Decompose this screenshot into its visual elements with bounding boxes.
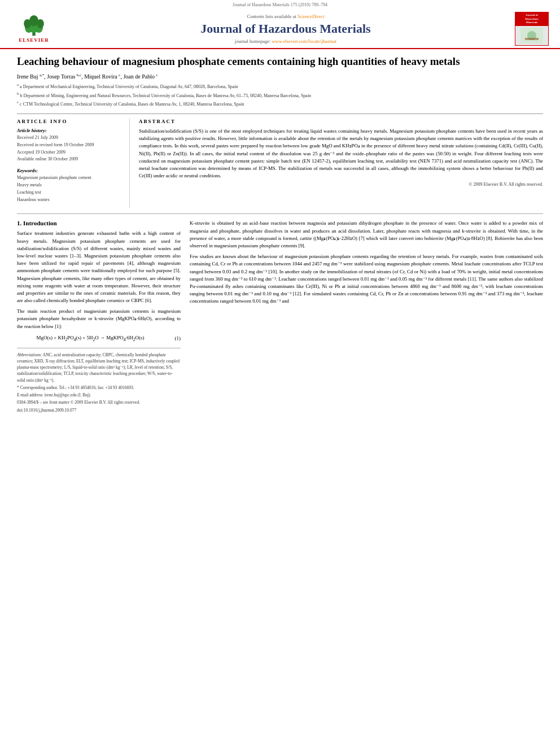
accepted-date: Accepted 19 October 2009 bbox=[17, 149, 124, 156]
keywords-subsection: Keywords: Magnesium potassium phosphate … bbox=[17, 168, 124, 203]
corresponding-author-text: * Corresponding author. Tel.: +34 93 405… bbox=[17, 385, 134, 390]
keywords-label: Keywords: bbox=[17, 168, 124, 173]
abbreviations-text: ANC, acid neutralization capacity; CBPC,… bbox=[17, 352, 180, 383]
keywords-list: Magnesium potassium phosphate cement Hea… bbox=[17, 174, 124, 203]
affiliations-block: a a Department of Mechanical Engineering… bbox=[17, 82, 543, 108]
doi-line: doi:10.1016/j.jhazmat.2009.10.077 bbox=[17, 407, 181, 413]
abbreviations-label: Abbreviations: bbox=[17, 352, 42, 357]
email-label: E-mail address: bbox=[17, 392, 43, 397]
affiliation-a-text: a Department of Mechanical Engineering, … bbox=[20, 84, 238, 89]
history-dates: Received 21 July 2009 Received in revise… bbox=[17, 134, 124, 163]
right-paragraph-1: K-struvite is obtained by an acid–base r… bbox=[190, 220, 543, 250]
authors-line: Irene Buj a,*, Josep Torras b,c, Miquel … bbox=[17, 73, 543, 80]
equation-block: MgO(s) + KH2PO4(s) + 5H2O → MgKPO4·6H2O(… bbox=[17, 335, 181, 342]
affiliation-b-text: b Department of Mining, Engineering and … bbox=[20, 93, 312, 98]
history-subsection: Article history: Received 21 July 2009 R… bbox=[17, 128, 124, 163]
elsevier-tree-icon bbox=[20, 15, 48, 37]
elsevier-text: ELSEVIER bbox=[19, 37, 49, 43]
email-address: irene.buj@upc.edu (I. Buj). bbox=[45, 392, 91, 397]
online-date: Available online 30 October 2009 bbox=[17, 156, 124, 163]
intro-section-title: 1. Introduction bbox=[17, 220, 181, 226]
contents-available-line: Contents lists available at ScienceDirec… bbox=[56, 14, 515, 19]
homepage-label: journal homepage: bbox=[235, 38, 271, 44]
hazmat-cover-image bbox=[520, 28, 543, 43]
intro-paragraph-1: Surface treatment industries generate ex… bbox=[17, 230, 181, 304]
keyword-3: Leaching test bbox=[17, 189, 124, 196]
journal-citation: Journal of Hazardous Materials 175 (2010… bbox=[233, 2, 327, 7]
svg-rect-9 bbox=[525, 38, 539, 40]
issn-line: 0304-3894/$ – see front matter © 2009 El… bbox=[17, 399, 181, 405]
email-line: E-mail address: irene.buj@upc.edu (I. Bu… bbox=[17, 392, 181, 398]
equation-text: MgO(s) + KH2PO4(s) + 5H2O → MgKPO4·6H2O(… bbox=[17, 335, 164, 342]
journal-homepage-line: journal homepage: www.elsevier.com/locat… bbox=[56, 38, 515, 44]
left-content-column: 1. Introduction Surface treatment indust… bbox=[17, 220, 181, 414]
affiliation-c: c c CTM Technological Centre, Technical … bbox=[17, 99, 543, 108]
history-label: Article history: bbox=[17, 128, 124, 133]
section-title-text: Introduction bbox=[23, 220, 57, 226]
right-content-column: K-struvite is obtained by an acid–base r… bbox=[190, 220, 543, 414]
abstract-label: ABSTRACT bbox=[139, 119, 543, 124]
affiliation-b: b b Department of Mining, Engineering an… bbox=[17, 91, 543, 99]
abstract-text: Stabilization/solidification (S/S) is on… bbox=[139, 128, 543, 180]
main-content-section: 1. Introduction Surface treatment indust… bbox=[17, 213, 543, 414]
corresponding-author-line: * Corresponding author. Tel.: +34 93 405… bbox=[17, 385, 181, 391]
info-abstract-section: ARTICLE INFO Article history: Received 2… bbox=[17, 113, 543, 208]
revised-date: Received in revised form 19 October 2009 bbox=[17, 142, 124, 149]
copyright-line: © 2009 Elsevier B.V. All rights reserved… bbox=[139, 182, 543, 187]
abbreviations-line: Abbreviations: ANC, acid neutralization … bbox=[17, 352, 181, 383]
journal-title-block: Contents lists available at ScienceDirec… bbox=[56, 14, 515, 44]
journal-header: ELSEVIER Contents lists available at Sci… bbox=[0, 8, 560, 49]
article-info-label: ARTICLE INFO bbox=[17, 119, 124, 124]
article-body: Leaching behaviour of magnesium phosphat… bbox=[0, 49, 560, 420]
hazmat-cover-title: Journal ofHazardousMaterials bbox=[515, 12, 548, 26]
received-date: Received 21 July 2009 bbox=[17, 134, 124, 142]
affiliation-a: a a Department of Mechanical Engineering… bbox=[17, 82, 543, 90]
elsevier-logo: ELSEVIER bbox=[11, 12, 56, 46]
keyword-1: Magnesium potassium phosphate cement bbox=[17, 174, 124, 182]
equation-number: (1) bbox=[164, 335, 181, 341]
footnotes-block: Abbreviations: ANC, acid neutralization … bbox=[17, 348, 181, 413]
hazmat-journal-cover: Journal ofHazardousMaterials bbox=[515, 12, 549, 46]
page-reference: Journal of Hazardous Materials 175 (2010… bbox=[0, 0, 560, 8]
abstract-column: ABSTRACT Stabilization/solidification (S… bbox=[139, 119, 543, 208]
page: Journal of Hazardous Materials 175 (2010… bbox=[0, 0, 560, 420]
svg-point-6 bbox=[37, 19, 43, 28]
keyword-4: Hazardous wastes bbox=[17, 196, 124, 204]
article-info-column: ARTICLE INFO Article history: Received 2… bbox=[17, 119, 130, 208]
contents-label: Contents lists available at bbox=[247, 14, 296, 19]
hazmat-cover-body bbox=[515, 26, 548, 46]
svg-point-5 bbox=[24, 19, 30, 28]
right-paragraph-2: Few studies are known about the behaviou… bbox=[190, 253, 543, 305]
sciencedirect-link[interactable]: ScienceDirect bbox=[298, 14, 324, 19]
keyword-2: Heavy metals bbox=[17, 182, 124, 189]
section-number: 1. bbox=[17, 220, 21, 226]
affiliation-c-text: c CTM Technological Centre, Technical Un… bbox=[20, 102, 244, 107]
intro-paragraph-2: The main reaction product of magnesium p… bbox=[17, 308, 181, 330]
homepage-url[interactable]: www.elsevier.com/locate/jhazmat bbox=[272, 38, 336, 44]
journal-main-title: Journal of Hazardous Materials bbox=[56, 21, 515, 36]
article-title: Leaching behaviour of magnesium phosphat… bbox=[17, 55, 543, 68]
